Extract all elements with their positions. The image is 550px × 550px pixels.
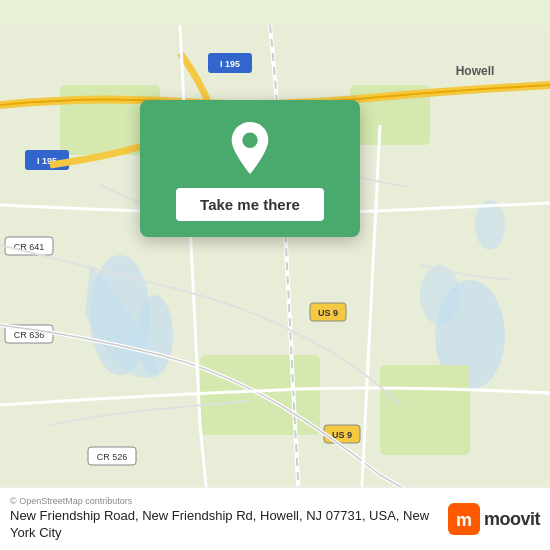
- osm-credit: © OpenStreetMap contributors: [10, 496, 438, 506]
- moovit-logo: m moovit: [448, 503, 540, 535]
- svg-text:m: m: [456, 510, 472, 530]
- svg-text:CR 526: CR 526: [97, 452, 128, 462]
- svg-rect-9: [380, 365, 470, 455]
- overlay-card: Take me there: [140, 100, 360, 237]
- svg-point-25: [242, 133, 257, 148]
- svg-text:I 195: I 195: [220, 59, 240, 69]
- svg-text:US 9: US 9: [318, 308, 338, 318]
- map-pin-icon: [226, 120, 274, 176]
- address-section: © OpenStreetMap contributors New Friends…: [10, 496, 438, 542]
- map-container: I 195 I 195 CR 641 CR 636 CR 526 US 9 US…: [0, 0, 550, 550]
- take-me-there-button[interactable]: Take me there: [176, 188, 324, 221]
- address-text: New Friendship Road, New Friendship Rd, …: [10, 508, 438, 542]
- svg-text:Howell: Howell: [456, 64, 495, 78]
- moovit-brand-icon: m: [448, 503, 480, 535]
- svg-text:US 9: US 9: [332, 430, 352, 440]
- svg-point-4: [420, 265, 460, 325]
- moovit-brand-text: moovit: [484, 509, 540, 530]
- map-svg: I 195 I 195 CR 641 CR 636 CR 526 US 9 US…: [0, 0, 550, 550]
- bottom-bar: © OpenStreetMap contributors New Friends…: [0, 487, 550, 550]
